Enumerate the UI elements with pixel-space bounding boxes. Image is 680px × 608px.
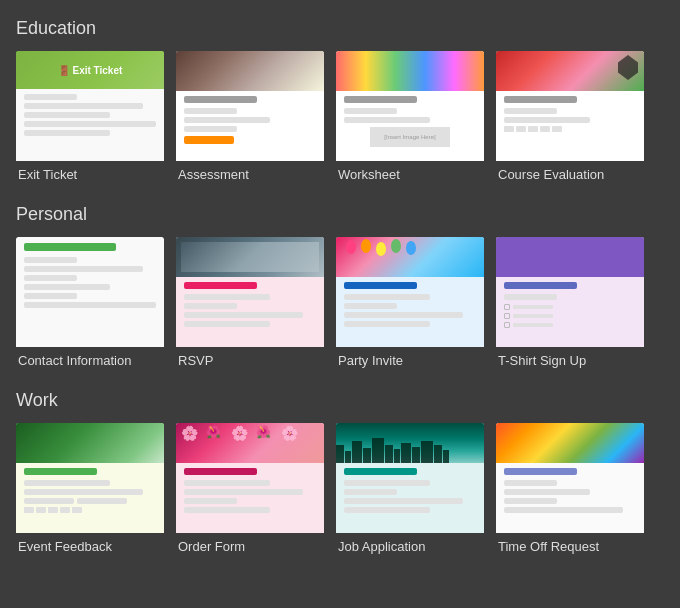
order-form-label: Order Form bbox=[176, 533, 324, 556]
work-section: Work bbox=[16, 390, 664, 556]
thumb-event-feedback bbox=[16, 423, 164, 533]
thumb-order-form: 🌸 🌺 🌸 🌺 🌸 bbox=[176, 423, 324, 533]
thumb-worksheet: [Insert Image Here] bbox=[336, 51, 484, 161]
party-invite-label: Party Invite bbox=[336, 347, 484, 370]
party-photo bbox=[336, 237, 484, 277]
work-card-grid: Event Feedback 🌸 🌺 🌸 🌺 🌸 bbox=[16, 423, 664, 556]
course-eval-form bbox=[496, 91, 644, 137]
card-tshirt-sign-up[interactable]: T-Shirt Sign Up bbox=[496, 237, 644, 370]
assessment-photo bbox=[176, 51, 324, 91]
thumb-course-eval bbox=[496, 51, 644, 161]
tshirt-checkbox-2 bbox=[504, 313, 636, 319]
job-app-photo bbox=[336, 423, 484, 463]
card-job-application[interactable]: Job Application bbox=[336, 423, 484, 556]
personal-section: Personal Contact Information bbox=[16, 204, 664, 370]
card-contact-information[interactable]: Contact Information bbox=[16, 237, 164, 370]
contact-form bbox=[16, 237, 164, 347]
worksheet-top bbox=[336, 51, 484, 91]
card-assessment[interactable]: Assessment bbox=[176, 51, 324, 184]
event-feedback-title bbox=[24, 468, 97, 475]
assessment-title-line bbox=[184, 96, 257, 103]
tshirt-sign-up-label: T-Shirt Sign Up bbox=[496, 347, 644, 370]
order-form-photo: 🌸 🌺 🌸 🌺 🌸 bbox=[176, 423, 324, 463]
work-section-title: Work bbox=[16, 390, 664, 411]
card-time-off-request[interactable]: Time Off Request bbox=[496, 423, 644, 556]
education-section-title: Education bbox=[16, 18, 664, 39]
personal-section-title: Personal bbox=[16, 204, 664, 225]
time-off-title bbox=[504, 468, 577, 475]
course-eval-title bbox=[504, 96, 577, 103]
event-feedback-photo bbox=[16, 423, 164, 463]
job-app-title bbox=[344, 468, 417, 475]
time-off-request-label: Time Off Request bbox=[496, 533, 644, 556]
personal-card-grid: Contact Information RSVP bbox=[16, 237, 664, 370]
exit-ticket-form bbox=[16, 89, 164, 161]
thumb-tshirt bbox=[496, 237, 644, 347]
thumb-party bbox=[336, 237, 484, 347]
education-card-grid: 🚪 Exit Ticket Exit Ticket bbox=[16, 51, 664, 184]
exit-ticket-label: Exit Ticket bbox=[16, 161, 164, 184]
worksheet-form: [Insert Image Here] bbox=[336, 91, 484, 156]
card-rsvp[interactable]: RSVP bbox=[176, 237, 324, 370]
rsvp-photo bbox=[176, 237, 324, 277]
tshirt-checkbox-3 bbox=[504, 322, 636, 328]
thumb-rsvp bbox=[176, 237, 324, 347]
tshirt-form bbox=[496, 277, 644, 347]
job-application-label: Job Application bbox=[336, 533, 484, 556]
contact-title-line bbox=[24, 243, 116, 251]
rsvp-label: RSVP bbox=[176, 347, 324, 370]
thumb-assessment bbox=[176, 51, 324, 161]
contact-information-label: Contact Information bbox=[16, 347, 164, 370]
party-form bbox=[336, 277, 484, 347]
course-eval-rating bbox=[504, 126, 636, 132]
worksheet-label: Worksheet bbox=[336, 161, 484, 184]
card-worksheet[interactable]: [Insert Image Here] Worksheet bbox=[336, 51, 484, 184]
card-event-feedback[interactable]: Event Feedback bbox=[16, 423, 164, 556]
time-off-photo bbox=[496, 423, 644, 463]
worksheet-image-placeholder: [Insert Image Here] bbox=[370, 127, 449, 147]
order-form-title bbox=[184, 468, 257, 475]
tshirt-checkbox-1 bbox=[504, 304, 636, 310]
course-evaluation-label: Course Evaluation bbox=[496, 161, 644, 184]
course-eval-photo bbox=[496, 51, 644, 91]
thumb-job-app bbox=[336, 423, 484, 533]
event-feedback-label: Event Feedback bbox=[16, 533, 164, 556]
worksheet-title bbox=[344, 96, 417, 103]
education-section: Education 🚪 Exit Ticket Exit Ticket bbox=[16, 18, 664, 184]
event-feedback-form bbox=[16, 463, 164, 533]
party-title bbox=[344, 282, 417, 289]
card-exit-ticket[interactable]: 🚪 Exit Ticket Exit Ticket bbox=[16, 51, 164, 184]
card-party-invite[interactable]: Party Invite bbox=[336, 237, 484, 370]
thumb-time-off bbox=[496, 423, 644, 533]
rsvp-title bbox=[184, 282, 257, 289]
tshirt-banner bbox=[496, 237, 644, 277]
thumb-contact bbox=[16, 237, 164, 347]
assessment-btn bbox=[184, 136, 234, 144]
exit-ticket-banner: 🚪 Exit Ticket bbox=[16, 51, 164, 89]
time-off-form bbox=[496, 463, 644, 533]
card-course-evaluation[interactable]: Course Evaluation bbox=[496, 51, 644, 184]
assessment-form bbox=[176, 91, 324, 149]
job-app-form bbox=[336, 463, 484, 533]
tshirt-title bbox=[504, 282, 577, 289]
rsvp-form bbox=[176, 277, 324, 347]
assessment-label: Assessment bbox=[176, 161, 324, 184]
thumb-exit-ticket: 🚪 Exit Ticket bbox=[16, 51, 164, 161]
order-form-form bbox=[176, 463, 324, 533]
card-order-form[interactable]: 🌸 🌺 🌸 🌺 🌸 Order Form bbox=[176, 423, 324, 556]
event-feedback-rating bbox=[24, 507, 156, 513]
